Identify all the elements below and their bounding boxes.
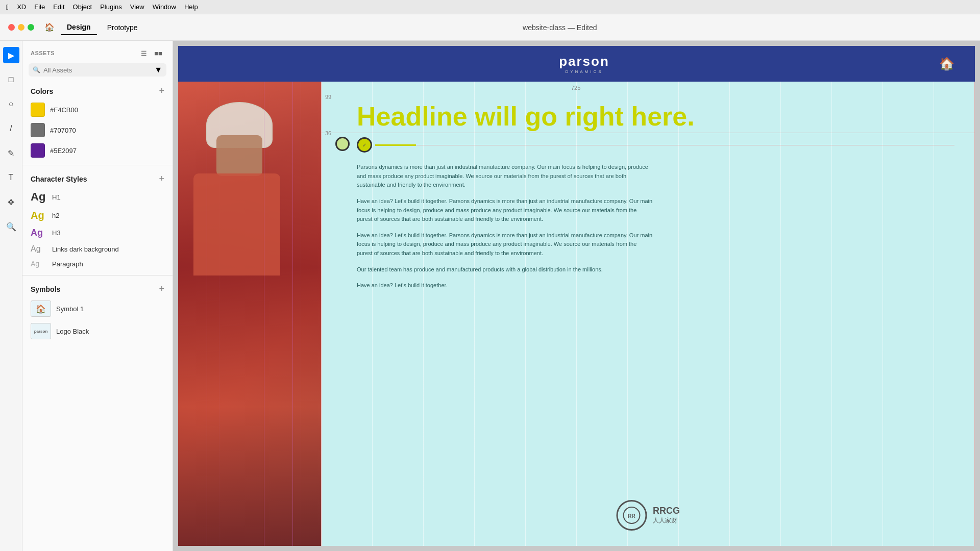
h3-preview: Ag xyxy=(31,228,47,238)
grid-view-icon[interactable]: ■■ xyxy=(152,47,164,59)
menu-window[interactable]: Window xyxy=(153,3,176,11)
guide-left xyxy=(321,82,322,546)
color-item-yellow[interactable]: #F4CB00 xyxy=(22,99,173,120)
pen-tool[interactable]: ✎ xyxy=(3,145,19,161)
canvas-area[interactable]: parson DYNAMICS 🏠 xyxy=(173,41,980,551)
symbol-logo-black[interactable]: parson Logo Black xyxy=(22,320,173,342)
colors-section-header[interactable]: Colors + xyxy=(22,82,173,99)
assets-panel: ASSETS ☰ ■■ 🔍 ▼ Colors + #F4CB00 #707070 xyxy=(22,41,173,551)
h3-label: H3 xyxy=(52,229,61,237)
select-tool[interactable]: ▶ xyxy=(3,47,19,63)
h1-preview: Ag xyxy=(31,190,47,204)
color-swatch-yellow xyxy=(31,103,45,117)
menu-view[interactable]: View xyxy=(130,3,144,11)
menubar:  XD File Edit Object Plugins View Windo… xyxy=(0,0,980,14)
svg-text:RR: RR xyxy=(628,513,635,519)
color-swatch-gray xyxy=(31,123,45,137)
color-label-yellow: #F4CB00 xyxy=(50,106,78,114)
dc-headline: Headline will go right here. xyxy=(341,97,954,131)
add-symbol-button[interactable]: + xyxy=(159,284,164,294)
design-canvas: parson DYNAMICS 🏠 xyxy=(178,46,975,546)
component-tool[interactable]: ✥ xyxy=(3,194,19,210)
selection-bar: ✓ xyxy=(341,137,954,153)
color-swatch-purple xyxy=(31,143,45,158)
left-toolbar: ▶ □ ○ / ✎ T ✥ 🔍 xyxy=(0,41,22,551)
body-para-1: Parsons dynamics is more than just an in… xyxy=(357,163,653,190)
img-guide-2 xyxy=(264,82,264,546)
dc-header: parson DYNAMICS 🏠 xyxy=(178,46,975,82)
view-toggles: ☰ ■■ xyxy=(138,47,164,59)
apple-menu[interactable]:  xyxy=(6,3,9,11)
char-styles-section-header[interactable]: Character Styles + xyxy=(22,169,173,187)
tab-design[interactable]: Design xyxy=(61,20,97,35)
rrcg-circle-logo: RR xyxy=(616,500,647,531)
symbol-logo-thumb: parson xyxy=(31,323,51,339)
main-area: ▶ □ ○ / ✎ T ✥ 🔍 ASSETS ☰ ■■ 🔍 ▼ Colors + xyxy=(0,41,980,551)
guide-right xyxy=(974,82,975,546)
char-style-paragraph[interactable]: Ag Paragraph xyxy=(22,257,173,271)
char-style-h3[interactable]: Ag H3 xyxy=(22,224,173,241)
body-content: Parsons dynamics is more than just an in… xyxy=(341,163,954,290)
char-style-h1[interactable]: Ag H1 xyxy=(22,187,173,207)
char-style-h2[interactable]: Ag h2 xyxy=(22,207,173,224)
symbols-label: Symbols xyxy=(31,285,60,293)
dc-home-nav-icon: 🏠 xyxy=(939,57,954,71)
h2-label: h2 xyxy=(52,212,59,219)
menu-xd[interactable]: XD xyxy=(17,3,26,11)
selection-circle: ✓ xyxy=(357,137,372,153)
divider-2 xyxy=(22,275,173,276)
body-para-2: Have an idea? Let's build it together. P… xyxy=(357,197,653,224)
assets-header: ASSETS ☰ ■■ xyxy=(22,41,173,63)
col-num-725: 725 xyxy=(571,85,580,91)
menu-edit[interactable]: Edit xyxy=(53,3,64,11)
color-item-purple[interactable]: #5E2097 xyxy=(22,140,173,161)
dc-logo-sub: DYNAMICS xyxy=(559,69,609,74)
ellipse-tool[interactable]: ○ xyxy=(3,96,19,112)
search-tool[interactable]: 🔍 xyxy=(3,218,19,235)
home-icon[interactable]: 🏠 xyxy=(42,20,57,35)
rectangle-tool[interactable]: □ xyxy=(3,71,19,88)
maximize-button[interactable] xyxy=(28,24,34,31)
symbol-home-icon: 🏠 xyxy=(36,304,46,314)
dc-image-col xyxy=(178,82,321,546)
assets-title: ASSETS xyxy=(31,50,55,56)
dc-content-col: 99 36 725 Headline will go right here. ✓ xyxy=(321,82,975,546)
menu-help[interactable]: Help xyxy=(184,3,198,11)
row-num-36: 36 xyxy=(325,130,331,136)
dc-footer: RR RRCG 人人家财 xyxy=(616,500,680,531)
symbol-1[interactable]: 🏠 Symbol 1 xyxy=(22,297,173,320)
menu-object[interactable]: Object xyxy=(73,3,92,11)
row-num-99: 99 xyxy=(325,94,331,100)
menu-file[interactable]: File xyxy=(34,3,45,11)
body-para-4: Our talented team has produce and manufa… xyxy=(357,265,653,274)
color-label-gray: #707070 xyxy=(50,127,76,134)
dc-body: 99 36 725 Headline will go right here. ✓ xyxy=(178,82,975,546)
char-style-links[interactable]: Ag Links dark background xyxy=(22,241,173,257)
search-dropdown-icon[interactable]: ▼ xyxy=(154,65,162,74)
symbol-logo-label: Logo Black xyxy=(56,328,89,335)
symbol-1-thumb: 🏠 xyxy=(31,300,51,317)
selection-line-green xyxy=(375,144,416,146)
text-tool[interactable]: T xyxy=(3,169,19,186)
img-guide-3 xyxy=(292,82,293,546)
add-char-style-button[interactable]: + xyxy=(159,173,164,184)
rrcg-main-text: RRCG xyxy=(653,506,680,516)
close-button[interactable] xyxy=(8,24,15,31)
selection-line-red xyxy=(416,145,954,145)
list-view-icon[interactable]: ☰ xyxy=(138,47,150,59)
img-guide-1 xyxy=(207,82,207,546)
para-label: Paragraph xyxy=(52,260,83,268)
window-controls xyxy=(8,24,34,31)
color-label-purple: #5E2097 xyxy=(50,147,77,155)
search-bar[interactable]: 🔍 ▼ xyxy=(29,63,166,77)
add-color-button[interactable]: + xyxy=(159,86,164,96)
symbols-section-header[interactable]: Symbols + xyxy=(22,280,173,297)
menu-plugins[interactable]: Plugins xyxy=(100,3,122,11)
rrcg-chinese-text: 人人家财 xyxy=(653,516,680,525)
char-styles-label: Character Styles xyxy=(31,175,87,183)
search-input[interactable] xyxy=(43,66,151,74)
color-item-gray[interactable]: #707070 xyxy=(22,120,173,140)
minimize-button[interactable] xyxy=(18,24,24,31)
line-tool[interactable]: / xyxy=(3,120,19,137)
tab-prototype[interactable]: Prototype xyxy=(101,20,144,35)
